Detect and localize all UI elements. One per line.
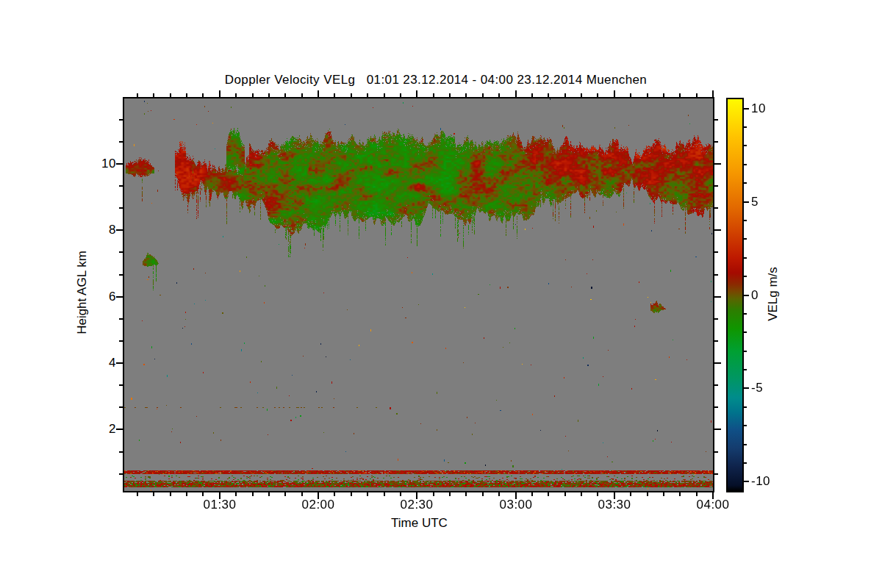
y-minor-tick	[119, 207, 123, 209]
colorbar-minor-tick	[744, 220, 747, 221]
x-minor-tick	[581, 492, 582, 496]
y-minor-tick-right	[714, 251, 718, 253]
colorbar-major-tick	[744, 108, 749, 110]
colorbar-minor-tick	[744, 444, 747, 445]
x-minor-tick-top	[334, 93, 335, 97]
x-minor-tick	[235, 492, 237, 496]
colorbar-tick-label: -5	[751, 380, 795, 396]
colorbar-frame	[726, 98, 744, 492]
colorbar-minor-tick	[744, 126, 747, 128]
x-tick-label: 02:30	[387, 497, 446, 513]
x-minor-tick	[498, 492, 500, 496]
x-minor-tick	[564, 492, 566, 496]
x-minor-tick-top	[647, 93, 648, 97]
x-minor-tick-top	[367, 93, 368, 97]
y-minor-tick-right	[714, 119, 718, 121]
x-minor-tick	[252, 492, 254, 496]
y-minor-tick	[119, 473, 123, 475]
y-minor-tick-right	[714, 318, 718, 320]
chart-title: Doppler Velocity VELg 01:01 23.12.2014 -…	[142, 73, 730, 87]
x-minor-tick	[301, 492, 303, 496]
x-major-tick-top	[515, 90, 517, 97]
x-minor-tick-top	[252, 93, 254, 97]
x-minor-tick	[449, 492, 451, 496]
x-minor-tick	[351, 492, 352, 496]
colorbar-major-tick	[744, 295, 749, 296]
colorbar-minor-tick	[744, 257, 747, 259]
x-minor-tick	[465, 492, 467, 496]
x-minor-tick-top	[301, 93, 303, 97]
x-major-tick-top	[416, 90, 417, 97]
x-minor-tick	[630, 492, 631, 496]
y-minor-tick	[119, 340, 123, 342]
colorbar-tick-label: 0	[751, 287, 795, 304]
x-major-tick-top	[712, 90, 714, 97]
colorbar-major-tick	[744, 387, 749, 389]
x-tick-label: 01:30	[190, 497, 249, 513]
x-minor-tick-top	[663, 93, 664, 97]
x-minor-tick	[663, 492, 664, 496]
colorbar-major-tick	[744, 481, 749, 482]
x-minor-tick	[433, 492, 434, 496]
y-tick-label: 10	[79, 156, 116, 172]
y-minor-tick	[119, 274, 123, 276]
y-minor-tick	[119, 318, 123, 320]
x-major-tick-top	[318, 90, 319, 97]
x-tick-label: 04:00	[684, 497, 742, 513]
y-major-tick-right	[714, 429, 721, 430]
x-minor-tick	[531, 492, 533, 496]
x-minor-tick	[284, 492, 286, 496]
y-tick-label: 6	[79, 289, 116, 305]
colorbar-minor-tick	[744, 313, 747, 315]
y-tick-label: 4	[79, 355, 116, 371]
y-minor-tick	[119, 251, 123, 253]
x-minor-tick-top	[137, 93, 138, 97]
doppler-velocity-chart: Doppler Velocity VELg 01:01 23.12.2014 -…	[0, 0, 882, 588]
colorbar-minor-tick	[744, 331, 747, 333]
x-tick-label: 03:30	[585, 497, 644, 513]
x-minor-tick-top	[186, 93, 187, 97]
colorbar-tick-label: 10	[751, 101, 795, 117]
y-minor-tick	[119, 119, 123, 121]
y-major-tick-right	[714, 163, 721, 165]
x-minor-tick-top	[531, 93, 533, 97]
y-major-tick	[116, 429, 123, 430]
x-minor-tick	[153, 492, 154, 496]
colorbar-minor-tick	[744, 369, 747, 370]
x-minor-tick	[334, 492, 335, 496]
x-minor-tick	[202, 492, 204, 496]
x-minor-tick-top	[498, 93, 500, 97]
x-major-tick-top	[219, 90, 220, 97]
x-minor-tick-top	[202, 93, 204, 97]
y-major-tick-right	[714, 229, 721, 231]
y-minor-tick-right	[714, 451, 718, 453]
x-minor-tick-top	[433, 93, 434, 97]
plot-area-frame	[123, 97, 714, 492]
x-minor-tick-top	[170, 93, 171, 97]
y-tick-label: 8	[79, 222, 116, 238]
y-major-tick-right	[714, 296, 721, 298]
x-minor-tick	[268, 492, 270, 496]
x-minor-tick-top	[284, 93, 286, 97]
colorbar-minor-tick	[744, 164, 747, 165]
x-minor-tick	[384, 492, 385, 496]
y-minor-tick-right	[714, 141, 718, 143]
colorbar-minor-tick	[744, 145, 747, 146]
y-minor-tick-right	[714, 185, 718, 187]
colorbar-minor-tick	[744, 425, 747, 426]
colorbar-minor-tick	[744, 182, 747, 184]
colorbar-tick-label: 5	[751, 194, 795, 210]
x-minor-tick	[482, 492, 484, 496]
y-major-tick	[116, 296, 123, 298]
x-minor-tick	[186, 492, 187, 496]
y-minor-tick-right	[714, 340, 718, 342]
x-minor-tick	[548, 492, 549, 496]
y-major-tick	[116, 163, 123, 165]
x-minor-tick-top	[581, 93, 582, 97]
y-minor-tick	[119, 384, 123, 386]
colorbar-minor-tick	[744, 238, 747, 240]
y-major-tick	[116, 362, 123, 364]
y-minor-tick-right	[714, 406, 718, 408]
x-minor-tick-top	[268, 93, 270, 97]
colorbar-tick-label: -10	[751, 473, 795, 490]
